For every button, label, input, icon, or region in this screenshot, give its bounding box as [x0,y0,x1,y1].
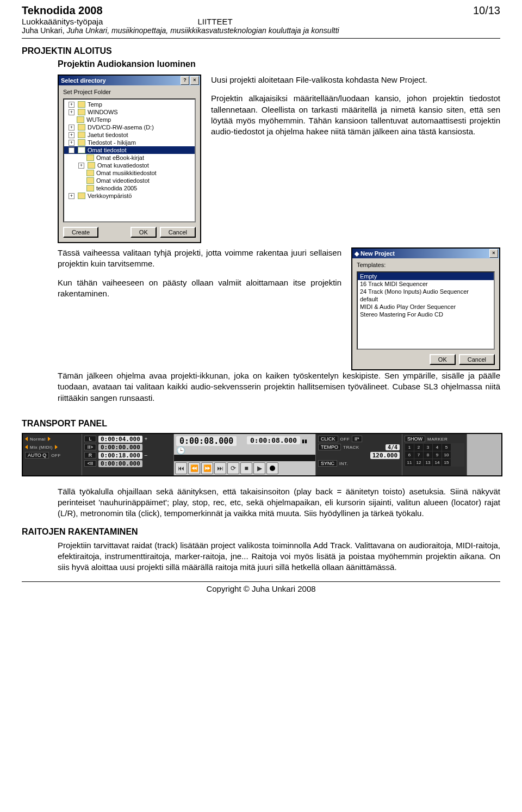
sync-label[interactable]: SYNC [318,460,337,467]
marker-cell[interactable]: 13 [424,459,432,466]
template-list[interactable]: Empty16 Track MIDI Sequencer24 Track (Mo… [357,271,495,350]
marker-cell[interactable]: 2 [414,444,423,451]
marker-grid[interactable]: 123456789101112131415 [405,443,464,467]
template-item[interactable]: MIDI & Audio Play Order Sequencer [358,303,494,311]
close-icon[interactable]: × [190,76,199,85]
marker-cell[interactable]: 8 [424,451,432,458]
template-item[interactable]: Empty [358,272,494,280]
expand-icon[interactable]: + [69,193,74,199]
ok-button[interactable]: OK [130,227,157,238]
dialog-titlebar[interactable]: Select directory ? × [59,76,200,85]
locator-pre[interactable]: II> [84,444,96,450]
marker-cell[interactable]: 3 [424,444,432,451]
chevron-left-icon[interactable] [25,445,28,449]
locator-right[interactable]: R [84,452,96,458]
marker-cell[interactable]: 5 [442,444,451,451]
marker-cell[interactable]: 12 [414,459,423,466]
cancel-button[interactable]: Cancel [459,354,495,365]
tree-item[interactable]: +WINDOWS [64,108,195,116]
right-locator-time[interactable]: 0:00:18.000 [98,452,142,459]
precount-icon[interactable]: II* [352,436,362,442]
para-emptyproject: Tässä vaiheessa valitaan tyhjä projekti,… [58,247,341,270]
para-tracks: Projektiin tarvittavat raidat (track) li… [58,540,500,573]
cycle-button[interactable]: ⟳ [227,462,239,474]
left-locator-time[interactable]: 0:00:04.000 [98,436,142,443]
bpm-value[interactable]: 120.000 [370,452,400,459]
collapse-icon[interactable]: - [69,147,74,153]
tempo-label[interactable]: TEMPO [318,444,341,450]
expand-icon[interactable]: + [69,109,74,115]
tree-item[interactable]: Omat musiikkitiedostot [64,169,195,177]
marker-cell[interactable]: 6 [405,451,414,458]
tree-item[interactable]: teknodida 2005 [64,184,195,192]
dialog-label: Set Project Folder [63,89,196,95]
time-signature[interactable]: 4/4 [386,444,400,450]
ok-button[interactable]: OK [430,354,456,365]
close-icon[interactable]: × [489,249,498,258]
expand-icon[interactable]: + [69,132,74,138]
forward-button[interactable]: ⏩ [201,462,213,474]
marker-cell[interactable]: 9 [433,451,442,458]
folder-icon [78,132,85,138]
marker-cell[interactable]: 11 [405,459,414,466]
para-transport: Tällä työkalulla ohjaillaan sekä äänityk… [58,486,500,519]
postroll-time[interactable]: 0:00:00.000 [98,460,142,467]
template-item[interactable]: 16 Track MIDI Sequencer [358,280,494,288]
tree-item[interactable]: +Jaetut tiedostot [64,131,195,139]
expand-icon[interactable]: + [69,125,74,131]
tree-item-label: Omat kuvatiedostot [97,162,149,169]
chevron-left-icon[interactable] [25,437,28,441]
tree-item[interactable]: +DVD/CD-RW-asema (D:) [64,123,195,131]
chevron-right-icon[interactable] [55,445,58,449]
help-icon[interactable]: ? [181,76,189,85]
record-button[interactable] [266,462,278,474]
marker-cell[interactable]: 10 [442,451,451,458]
stop-button[interactable]: ■ [240,462,252,474]
template-item[interactable]: Stereo Mastering For Audio CD [358,311,494,318]
tree-item[interactable]: Omat eBook-kirjat [64,154,195,162]
marker-cell[interactable]: 14 [433,459,442,466]
expand-icon[interactable]: + [78,163,84,169]
clock-icon[interactable]: 🕒 [176,446,185,455]
timeline-overview[interactable] [174,455,315,461]
create-button[interactable]: Create [63,227,98,238]
primary-time[interactable]: 0:00:08.000 [176,436,237,446]
mode-mix[interactable]: Mix (MIDI) [30,445,53,450]
dialog-titlebar[interactable]: ◆ New Project × [352,249,499,258]
click-label[interactable]: CLICK [318,436,338,442]
rewind-button[interactable]: ⏪ [188,462,200,474]
locator-left[interactable]: L [84,436,96,442]
expand-icon[interactable]: + [69,140,74,146]
folder-tree[interactable]: +Temp+WINDOWSWUTemp+DVD/CD-RW-asema (D:)… [63,98,196,222]
mode-normal[interactable]: Normal [30,437,46,442]
minus-icon[interactable]: – [145,453,147,458]
dialog-title: New Project [361,250,395,257]
tree-item-label: Omat eBook-kirjat [96,154,144,161]
tree-item[interactable]: +Tiedostot - hikijam [64,139,195,146]
template-item[interactable]: default [358,295,494,303]
goto-end-button[interactable]: ⏭ [214,462,226,474]
marker-cell[interactable]: 4 [433,444,442,451]
autoq-label[interactable]: AUTO Q [25,452,49,458]
tree-item[interactable]: Omat videotiedostot [64,177,195,184]
marker-cell[interactable]: 15 [442,459,451,466]
marker-cell[interactable]: 1 [405,444,414,451]
play-button[interactable]: ▶ [253,462,265,474]
tree-item[interactable]: -Omat tiedostot [64,146,195,154]
section-raitojen-rakentaminen: RAITOJEN RAKENTAMINEN [22,527,500,537]
marker-cell[interactable]: 7 [414,451,423,458]
tree-item[interactable]: +Temp [64,101,195,108]
cancel-button[interactable]: Cancel [160,227,196,238]
tree-item[interactable]: WUTemp [64,116,195,123]
preroll-time[interactable]: 0:00:00.000 [98,444,142,451]
tree-item[interactable]: +Omat kuvatiedostot [64,162,195,169]
template-item[interactable]: 24 Track (Mono Inputs) Audio Sequencer [358,288,494,295]
show-label[interactable]: SHOW [405,436,425,442]
plus-icon[interactable]: + [145,436,147,442]
chevron-right-icon[interactable] [48,437,51,441]
bars-icon[interactable]: ▮▮ [302,438,307,444]
goto-start-button[interactable]: ⏮ [175,462,187,474]
tree-item[interactable]: +Verkkoympäristö [64,192,195,200]
expand-icon[interactable]: + [69,102,74,108]
secondary-time[interactable]: 0:00:08.000 [247,436,300,444]
